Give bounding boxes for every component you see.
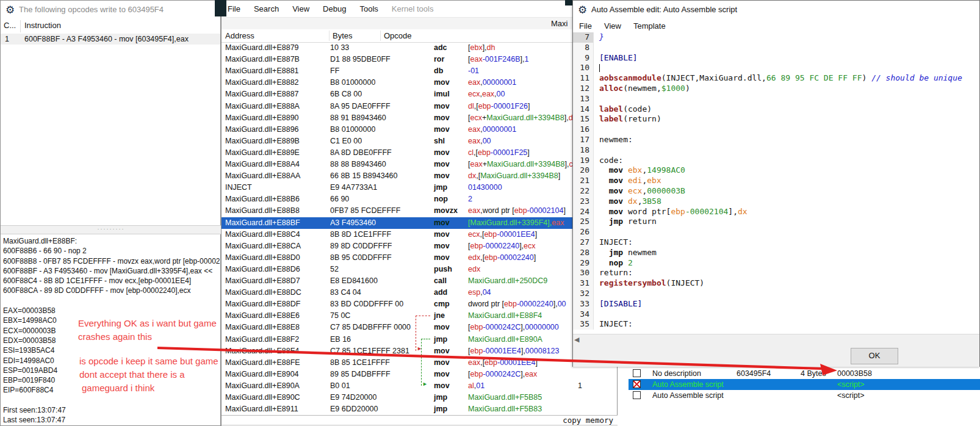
script-line[interactable]: 9[ENABLE] xyxy=(573,53,979,63)
disassembly-row[interactable]: MaxiGuard.dll+E8896B8 01000000moveax,000… xyxy=(222,124,618,135)
line-code: nop 2 xyxy=(594,258,633,269)
disassembly-row[interactable]: MaxiGuard.dll+E887BD1 88 95DBE0FFror[eax… xyxy=(222,54,618,65)
disassembly-row[interactable]: MaxiGuard.dll+E88F2EB 16jmpMaxiGuard.dll… xyxy=(222,334,618,345)
script-line[interactable]: 16 xyxy=(573,125,979,135)
menu-tools[interactable]: Tools xyxy=(359,4,378,13)
module-bar[interactable]: Maxi xyxy=(222,17,617,31)
script-line[interactable]: 27INJECT: xyxy=(573,237,979,248)
module-bar-text: Maxi xyxy=(551,19,567,28)
column-divider xyxy=(20,20,21,32)
script-line[interactable]: 7} xyxy=(573,32,979,43)
script-line[interactable]: 30return: xyxy=(573,268,979,278)
disassembly-row[interactable]: MaxiGuard.dll+E8881FFdb-01 xyxy=(222,65,618,77)
horizontal-scrollbar[interactable]: ◀ xyxy=(573,334,979,345)
operand-segment: [MaxiGuard.dll+3395F4] xyxy=(468,218,550,227)
script-line[interactable]: 23 mov dx,3B58 xyxy=(573,197,979,207)
script-line[interactable]: 24 mov word ptr[ebp-00002104],dx xyxy=(573,207,979,217)
disassembly-row[interactable]: MaxiGuard.dll+E88B80FB7 85 FCDEFFFFmovzx… xyxy=(222,205,618,217)
script-line[interactable]: 32 xyxy=(573,289,979,299)
disassembly-row[interactable]: MaxiGuard.dll+E88D08B 95 C0DDFFFFmovedx,… xyxy=(222,252,618,264)
disassembly-row[interactable]: MaxiGuard.dll+E890AB0 01moval,011 xyxy=(222,380,618,392)
disassembly-row[interactable]: MaxiGuard.dll+E889BC1 E0 00shleax,00 xyxy=(222,135,618,147)
script-line[interactable]: 28 jmp newmem xyxy=(573,248,979,258)
script-line[interactable]: 26 xyxy=(573,227,979,237)
operand-segment: jmp xyxy=(609,248,623,257)
disassembly-row[interactable]: MaxiGuard.dll+E88B666 90nop2 xyxy=(222,193,618,205)
menu-file[interactable]: File xyxy=(579,21,592,31)
menu-template[interactable]: Template xyxy=(633,21,666,31)
disassembly-row[interactable]: MaxiGuard.dll+E890489 85 D4DBFFFFmov[ebp… xyxy=(222,369,618,380)
operand-segment: ebp xyxy=(470,323,483,331)
script-line[interactable]: 35INJECT: xyxy=(573,319,979,330)
menu-view[interactable]: View xyxy=(604,21,621,31)
ok-button[interactable]: OK xyxy=(851,348,898,364)
entry-address: 603495F4 xyxy=(737,369,771,378)
disassembly-row[interactable]: MaxiGuard.dll+E88D652pushedx xyxy=(222,264,618,275)
disassembly-row[interactable]: MaxiGuard.dll+E888A8A 95 DAE0FFFFmovdl,[… xyxy=(222,101,618,112)
script-line[interactable]: 22 mov ecx,0000003B xyxy=(573,186,979,197)
background-app-sliver xyxy=(215,0,226,16)
disassembly-row[interactable]: MaxiGuard.dll+E8882B8 01000000moveax,000… xyxy=(222,77,618,88)
operand-segment xyxy=(623,165,628,175)
opcode-list-item[interactable]: 1 600F88BF - A3 F4953460 - mov [603495F4… xyxy=(1,34,220,45)
script-line[interactable]: 31registersymbol(INJECT) xyxy=(573,278,979,289)
panel-splitter[interactable] xyxy=(1,225,222,234)
disassembly-row[interactable]: MaxiGuard.dll+E88D7E8 ED841600callMaxiGu… xyxy=(222,275,618,287)
disassembly-row[interactable]: MaxiGuard.dll+E88E8C7 85 D4DBFFFF 0000mo… xyxy=(222,322,618,333)
disassembly-row[interactable]: MaxiGuard.dll+E88876B C8 00imulecx,eax,0… xyxy=(222,88,618,100)
script-line[interactable]: 17newmem: xyxy=(573,135,979,145)
operand-segment: eax xyxy=(468,358,480,367)
script-line[interactable]: 13 xyxy=(573,94,979,104)
cheat-table-row-selected[interactable]: Auto Assemble script<script> xyxy=(618,379,980,390)
disassembly-row[interactable]: MaxiGuard.dll+E88DC83 C4 04addesp,04 xyxy=(222,287,618,298)
menu-view[interactable]: View xyxy=(292,4,309,13)
script-line[interactable]: 21 mov edi,ebx xyxy=(573,176,979,186)
disassembly-row[interactable]: INJECTE9 4A7733A1jmp01430000 xyxy=(222,182,618,193)
disassembly-row[interactable]: MaxiGuard.dll+E88A488 88 B8943460mov[eax… xyxy=(222,159,618,170)
disassembly-row[interactable]: MaxiGuard.dll+E88E675 0CjneMaxiGuard.dll… xyxy=(222,310,618,322)
disassembly-row[interactable]: MaxiGuard.dll+E88CA89 8D C0DDFFFFmov[ebp… xyxy=(222,240,618,252)
cheat-table-row[interactable]: Auto Assemble script<script> xyxy=(618,390,980,401)
cheat-engine-screen: ⚙ The following opcodes write to 603495F… xyxy=(0,0,980,426)
cheat-table-row[interactable]: No description603495F44 Bytes00003B58 xyxy=(618,368,980,379)
disassembly-row[interactable]: MaxiGuard.dll+E889088 91 B8943460mov[ecx… xyxy=(222,112,618,124)
script-line[interactable]: 34 xyxy=(573,309,979,320)
cheat-table: No description603495F44 Bytes00003B58Aut… xyxy=(618,367,980,426)
menu-debug[interactable]: Debug xyxy=(323,4,346,13)
disassembly-row[interactable]: MaxiGuard.dll+E88FE8B 85 1CE1FFFFmoveax,… xyxy=(222,357,618,369)
instruction-address: MaxiGuard.dll+E88B6 xyxy=(225,195,300,203)
script-line[interactable]: 15label(return) xyxy=(573,114,979,125)
script-line[interactable]: 25 jmp return xyxy=(573,217,979,227)
operand-segment xyxy=(599,186,609,195)
script-editor[interactable]: 7}89[ENABLE]1011aobscanmodule(INJECT,Max… xyxy=(573,32,979,334)
script-line[interactable]: 18 xyxy=(573,145,979,156)
script-line[interactable]: 11aobscanmodule(INJECT,MaxiGuard.dll,66 … xyxy=(573,73,979,84)
script-line[interactable]: 14label(code) xyxy=(573,104,979,115)
menu-search[interactable]: Search xyxy=(254,4,279,13)
line-code: mov ebx,14998AC0 xyxy=(594,165,685,176)
disassembly-row[interactable]: MaxiGuard.dll+E887910 33adc[ebx],dh xyxy=(222,42,618,54)
scroll-left-icon[interactable]: ◀ xyxy=(574,336,579,344)
active-checkbox[interactable] xyxy=(633,391,641,399)
active-checkbox[interactable] xyxy=(633,380,641,388)
disassembly-row-selected[interactable]: MaxiGuard.dll+E88BFA3 F4953460mov[MaxiGu… xyxy=(222,217,618,229)
disassembly-row[interactable]: MaxiGuard.dll+E8911E9 6DD20000jmpMaxiGua… xyxy=(222,403,618,415)
script-line[interactable]: 8 xyxy=(573,43,979,53)
disassembly-row[interactable]: MaxiGuard.dll+E88AA66 8B 15 B8943460movd… xyxy=(222,170,618,182)
operand-segment: dx xyxy=(468,171,476,180)
script-line[interactable]: 19code: xyxy=(573,156,979,166)
active-checkbox[interactable] xyxy=(633,369,641,377)
script-line[interactable]: 33[DISABLE] xyxy=(573,299,979,309)
disassembly-row[interactable]: MaxiGuard.dll+E889E8A 8D DBE0FFFFmovcl,[… xyxy=(222,147,618,159)
memory-viewer-statusbar[interactable]: copy memory xyxy=(222,415,618,425)
script-line[interactable]: 12alloc(newmem,$1000) xyxy=(573,84,979,94)
disassembly-row[interactable]: MaxiGuard.dll+E88F4C7 85 1CE1FFFF 2381mo… xyxy=(222,345,618,357)
menu-file[interactable]: File xyxy=(228,4,240,13)
disassembly-row[interactable]: MaxiGuard.dll+E88DF83 BD C0DDFFFF 00cmpd… xyxy=(222,298,618,310)
script-line[interactable]: 10 xyxy=(573,63,979,73)
disassembly-row[interactable]: MaxiGuard.dll+E890CE9 74D20000jmpMaxiGua… xyxy=(222,392,618,403)
script-line[interactable]: 20 mov ebx,14998AC0 xyxy=(573,165,979,176)
script-line[interactable]: 29 nop 2 xyxy=(573,258,979,269)
disassembly-row[interactable]: MaxiGuard.dll+E88C48B 8D 1CE1FFFFmovecx,… xyxy=(222,229,618,240)
instruction-bytes: 8B 8D 1CE1FFFF xyxy=(330,230,391,239)
